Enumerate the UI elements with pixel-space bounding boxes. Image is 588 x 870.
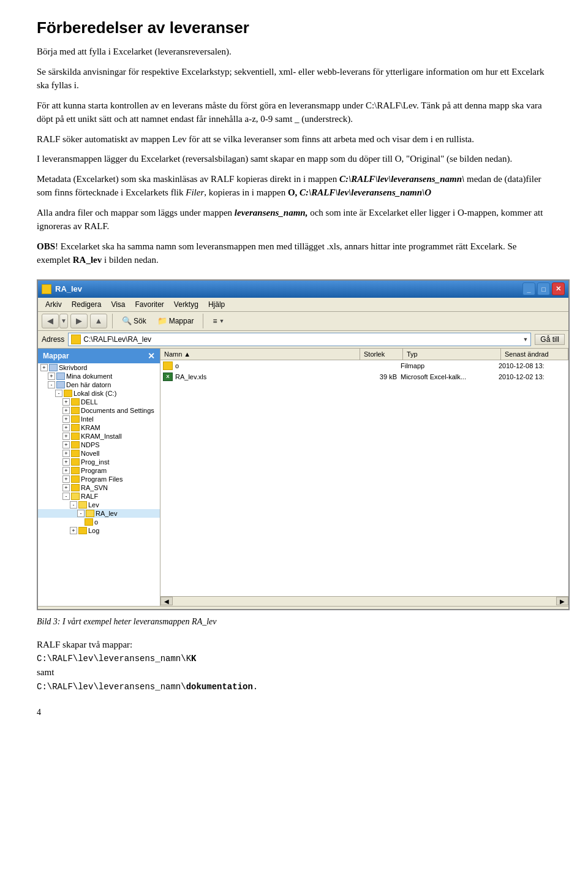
tree-item-novell[interactable]: + Novell <box>38 449 160 458</box>
file-list: o Filmapp 2010-12-08 13: X RA_lev.xls 39… <box>160 360 568 596</box>
tree-label-kram: KRAM <box>81 424 100 431</box>
expander-program[interactable]: + <box>62 467 70 474</box>
tree-label-intel: Intel <box>81 415 94 423</box>
minimize-button[interactable]: _ <box>522 282 535 295</box>
expander-denna-dator[interactable]: - <box>48 381 55 388</box>
search-button[interactable]: 🔍 Sök <box>118 314 151 327</box>
menu-arkiv[interactable]: Arkiv <box>40 299 67 310</box>
go-button[interactable]: Gå till <box>535 334 565 345</box>
expander-kram-install[interactable]: + <box>62 433 70 440</box>
tree-label-dell: DELL <box>81 398 98 406</box>
forward-button[interactable]: ▶ <box>70 314 88 328</box>
tree-label-program-files: Program Files <box>81 475 123 483</box>
file-date-o: 2010-12-08 13: <box>499 362 566 369</box>
expander-intel[interactable]: + <box>62 415 70 423</box>
search-label: Sök <box>134 317 146 325</box>
toolbar-sep-2 <box>203 314 203 328</box>
expander-docs-settings[interactable]: + <box>62 407 70 414</box>
tree-item-skrivbord[interactable]: + Skrivbord <box>38 363 160 372</box>
folder-tree: Mappar ✕ + Skrivbord + Mina dokument - D… <box>38 349 160 606</box>
menu-visa[interactable]: Visa <box>106 299 130 310</box>
folder-icon-program-files <box>71 475 80 483</box>
close-button[interactable]: ✕ <box>552 282 565 295</box>
menu-favoriter[interactable]: Favoriter <box>130 299 169 310</box>
figure-caption: Bild 3: I vårt exempel heter leveransmap… <box>37 615 551 628</box>
nav-back-group[interactable]: ◀ ▼ <box>42 314 68 328</box>
expander-log[interactable]: + <box>70 527 77 534</box>
tree-item-docs-settings[interactable]: + Documents and Settings <box>38 406 160 415</box>
folder-icon-denna-dator <box>56 381 65 388</box>
folder-icon-log <box>78 527 87 534</box>
address-dropdown[interactable]: ▼ <box>522 336 528 342</box>
file-row-xls[interactable]: X RA_lev.xls 39 kB Microsoft Excel-kalk.… <box>160 371 568 382</box>
tree-item-ra-svn[interactable]: + RA_SVN <box>38 483 160 492</box>
folders-label: Mappar <box>169 317 194 325</box>
expander-ndps[interactable]: + <box>62 441 70 448</box>
search-icon: 🔍 <box>122 316 132 325</box>
page-heading: Förberedelser av leveranser <box>37 18 551 37</box>
expander-ra-lev[interactable]: - <box>77 510 85 517</box>
tree-item-kram[interactable]: + KRAM <box>38 423 160 432</box>
expander-novell[interactable]: + <box>62 450 70 457</box>
expander-kram[interactable]: + <box>62 424 70 431</box>
col-header-size[interactable]: Storlek <box>360 349 403 360</box>
para6-mid2: , kopieras in i mappen <box>204 187 288 197</box>
statusbar <box>38 606 568 609</box>
scroll-right-button[interactable]: ▶ <box>556 597 568 605</box>
ralf-creates-para: RALF skapar två mappar: C:\RALF\lev\leve… <box>37 638 551 694</box>
tree-item-lokal-disk[interactable]: - Lokal disk (C:) <box>38 389 160 398</box>
expander-lev[interactable]: - <box>70 501 77 509</box>
menu-verktyg[interactable]: Verktyg <box>169 299 203 310</box>
tree-item-o[interactable]: o <box>38 518 160 526</box>
tree-item-program[interactable]: + Program <box>38 466 160 475</box>
xls-icon: X <box>163 373 173 381</box>
para6-bold: O, <box>288 187 297 197</box>
expander-program-files[interactable]: + <box>62 475 70 483</box>
window-controls[interactable]: _ □ ✕ <box>522 282 565 295</box>
para6-filer: Filer <box>186 187 204 197</box>
expander-dell[interactable]: + <box>62 398 70 406</box>
expander-lokal-disk[interactable]: - <box>55 390 62 397</box>
tree-item-intel[interactable]: + Intel <box>38 415 160 423</box>
tree-item-denna-dator[interactable]: - Den här datorn <box>38 380 160 389</box>
window-icon <box>42 284 51 294</box>
tree-item-dell[interactable]: + DELL <box>38 398 160 406</box>
menu-hjalp[interactable]: Hjälp <box>203 299 230 310</box>
scroll-left-button[interactable]: ◀ <box>160 597 173 605</box>
tree-label-log: Log <box>88 527 99 534</box>
expander-prog-inst[interactable]: + <box>62 458 70 466</box>
tree-item-ra-lev[interactable]: - RA_lev <box>38 509 160 518</box>
para6-path1: C:\RALF\lev\leveransens_namn\ <box>339 174 464 184</box>
maximize-button[interactable]: □ <box>537 282 550 295</box>
expander-ra-svn[interactable]: + <box>62 484 70 491</box>
col-header-name[interactable]: Namn ▲ <box>160 349 360 360</box>
back-dropdown[interactable]: ▼ <box>59 314 68 328</box>
tree-label-lev: Lev <box>88 501 99 509</box>
tree-item-lev[interactable]: - Lev <box>38 501 160 509</box>
tree-item-program-files[interactable]: + Program Files <box>38 475 160 483</box>
tree-item-ndps[interactable]: + NDPS <box>38 441 160 449</box>
tree-item-log[interactable]: + Log <box>38 526 160 535</box>
tree-item-prog-inst[interactable]: + Prog_inst <box>38 458 160 466</box>
tree-item-ralf[interactable]: - RALF <box>38 492 160 501</box>
up-button[interactable]: ▲ <box>90 314 107 328</box>
expander-ralf[interactable]: - <box>62 493 70 500</box>
expander-skrivbord[interactable]: + <box>40 364 48 371</box>
folders-button[interactable]: 📁 Mappar <box>153 314 198 327</box>
file-row-o[interactable]: o Filmapp 2010-12-08 13: <box>160 360 568 371</box>
col-header-date[interactable]: Senast ändrad <box>501 349 568 360</box>
expander-mina-dok[interactable]: + <box>48 373 55 380</box>
back-button[interactable]: ◀ <box>42 314 59 328</box>
sidebar-close[interactable]: ✕ <box>148 351 155 361</box>
col-header-type[interactable]: Typ <box>403 349 501 360</box>
tree-item-kram-install[interactable]: + KRAM_Install <box>38 432 160 441</box>
folder-icon-ralf <box>71 493 80 500</box>
tree-item-mina-dok[interactable]: + Mina dokument <box>38 372 160 380</box>
menu-redigera[interactable]: Redigera <box>67 299 107 310</box>
address-input[interactable]: C:\RALF\Lev\RA_lev ▼ <box>68 333 531 346</box>
tree-label-denna-dator: Den här datorn <box>66 381 111 388</box>
horizontal-scrollbar[interactable]: ◀ ▶ <box>160 596 568 606</box>
tree-label-ra-svn: RA_SVN <box>81 484 108 491</box>
views-button[interactable]: ≡ ▼ <box>208 315 228 327</box>
address-path: C:\RALF\Lev\RA_lev <box>83 335 520 344</box>
